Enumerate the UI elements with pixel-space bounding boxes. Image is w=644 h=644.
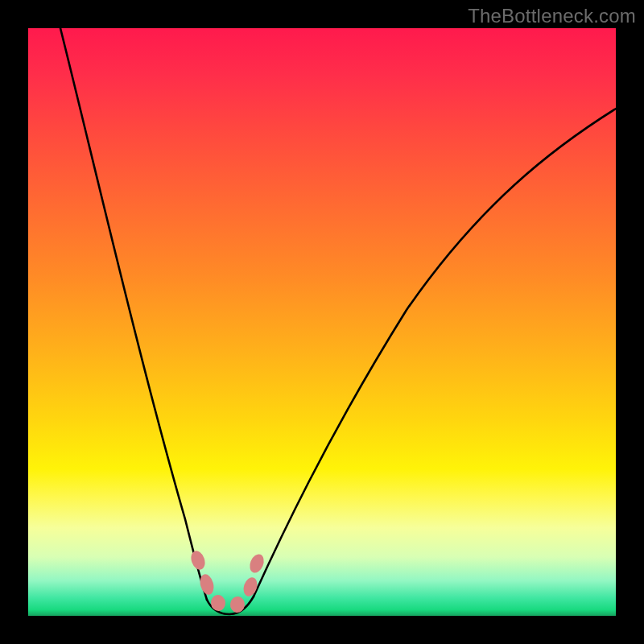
marker-bottom-right xyxy=(229,596,246,613)
marker-cluster xyxy=(188,549,266,613)
marker-left-upper xyxy=(188,549,207,572)
plot-area xyxy=(28,28,616,616)
curve-right xyxy=(254,109,616,597)
curve-layer xyxy=(28,28,616,616)
marker-right-upper xyxy=(247,552,266,575)
chart-frame: TheBottleneck.com xyxy=(0,0,644,644)
marker-right-lower xyxy=(242,576,260,598)
watermark-text: TheBottleneck.com xyxy=(468,5,636,27)
curve-left xyxy=(60,28,207,600)
